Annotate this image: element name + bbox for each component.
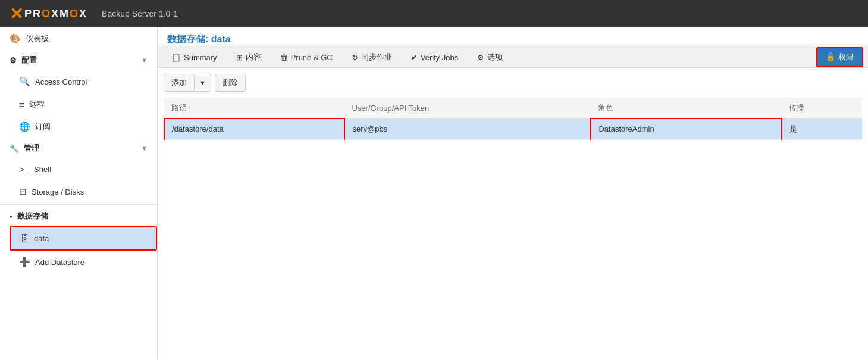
add-button[interactable]: 添加 [164,74,195,91]
cell-role: DatastoreAdmin [591,118,782,139]
add-datastore-icon: ➕ [19,257,30,267]
toolbar: 添加 ▼ 删除 [164,74,862,92]
col-path: 路径 [164,98,344,118]
page-title: 数据存储: data [158,27,868,46]
dashboard-label: 仪表板 [26,33,49,44]
remote-label: 远程 [29,99,45,110]
tab-prune[interactable]: 🗑 Prune & GC [271,48,341,67]
col-user: User/Group/API Token [344,98,591,118]
cell-propagate: 是 [782,118,862,139]
page-title-text: 数据存储: data [167,34,231,44]
options-tab-label: 选项 [487,52,503,63]
config-icon: ⚙ [10,56,17,65]
tab-bar: 📋 Summary ⊞ 内容 🗑 Prune & GC ↻ 同步作业 ✔ [158,46,868,67]
table-area: 添加 ▼ 删除 路径 User/Group/API Token 角色 传播 [158,68,868,359]
table-header: 路径 User/Group/API Token 角色 传播 [164,98,862,118]
top-header: ✕ PROXMOX Backup Server 1.0-1 [0,0,868,27]
config-arrow-icon: ▼ [141,57,148,64]
options-tab-icon: ⚙ [477,53,484,62]
manage-label: 管理 [24,143,39,154]
sidebar-item-access-control[interactable]: 🔍 Access Control [10,70,157,93]
summary-tab-label: Summary [184,53,217,62]
logo-x-icon: ✕ [10,4,23,24]
sidebar-item-remote[interactable]: ≡ 远程 [10,93,157,115]
dashboard-icon: 🎨 [10,33,21,44]
page-header: 数据存储: data 📋 Summary ⊞ 内容 🗑 Prune & GC ↻ [158,27,868,68]
remote-icon: ≡ [19,99,24,110]
sidebar-section-datastore[interactable]: ▪ 数据存储 [0,206,157,226]
permissions-table: 路径 User/Group/API Token 角色 传播 /datastore… [164,98,862,140]
prune-tab-label: Prune & GC [291,53,333,62]
add-datastore-label: Add Datastore [35,258,84,267]
tab-permissions[interactable]: 🔓 权限 [816,47,863,67]
add-button-group[interactable]: 添加 ▼ [164,74,211,92]
sidebar-item-data[interactable]: 🗄 data [10,226,157,251]
col-role: 角色 [591,98,782,118]
sidebar-manage-sub: >_ Shell ⊟ Storage / Disks [0,158,157,203]
tab-verify[interactable]: ✔ Verify Jobs [402,48,468,67]
tab-content[interactable]: ⊞ 内容 [227,46,270,68]
permissions-icon: 🔓 [826,52,835,61]
datastore-section-label: 数据存储 [17,211,48,221]
content-area: 数据存储: data 📋 Summary ⊞ 内容 🗑 Prune & GC ↻ [158,27,868,359]
add-dropdown-arrow[interactable]: ▼ [195,76,211,89]
sidebar-item-add-datastore[interactable]: ➕ Add Datastore [10,251,157,273]
sidebar-datastore-sub: 🗄 data ➕ Add Datastore [0,226,157,273]
subscription-icon: 🌐 [19,121,30,132]
manage-icon: 🔧 [10,144,19,153]
content-tab-icon: ⊞ [236,53,243,62]
server-version: Backup Server 1.0-1 [102,9,178,18]
sidebar-item-subscription[interactable]: 🌐 订阅 [10,115,157,138]
cell-user: sery@pbs [344,118,591,139]
table-body: /datastore/data sery@pbs DatastoreAdmin … [164,118,862,139]
storage-disks-label: Storage / Disks [32,188,84,196]
access-control-icon: 🔍 [19,76,30,87]
table-row[interactable]: /datastore/data sery@pbs DatastoreAdmin … [164,118,862,139]
main-layout: 🎨 仪表板 ⚙ 配置 ▼ 🔍 Access Control ≡ 远程 🌐 订阅 … [0,27,868,359]
shell-icon: >_ [19,164,29,174]
subscription-label: 订阅 [35,121,51,132]
cell-path: /datastore/data [164,118,344,139]
config-label: 配置 [21,55,37,65]
logo: ✕ PROXMOX [10,4,87,24]
verify-tab-icon: ✔ [411,53,418,62]
logo-text: PROXMOX [24,8,87,20]
sidebar-divider [0,204,157,205]
sync-tab-icon: ↻ [352,53,358,62]
summary-tab-icon: 📋 [171,53,181,62]
col-propagate: 传播 [782,98,862,118]
manage-arrow-icon: ▼ [141,145,148,152]
storage-icon: ⊟ [19,186,27,197]
access-control-label: Access Control [35,77,87,86]
sidebar: 🎨 仪表板 ⚙ 配置 ▼ 🔍 Access Control ≡ 远程 🌐 订阅 … [0,27,158,359]
tab-options[interactable]: ⚙ 选项 [468,46,512,68]
tab-summary[interactable]: 📋 Summary [162,48,226,67]
table-header-row: 路径 User/Group/API Token 角色 传播 [164,98,862,118]
sidebar-config-sub: 🔍 Access Control ≡ 远程 🌐 订阅 [0,70,157,138]
verify-tab-label: Verify Jobs [421,53,459,62]
datastore-icon: ▪ [10,212,12,221]
data-item-label: data [34,234,49,243]
content-tab-label: 内容 [246,52,261,63]
sidebar-section-manage[interactable]: 🔧 管理 ▼ [0,138,157,158]
tab-sync[interactable]: ↻ 同步作业 [343,46,401,68]
shell-label: Shell [34,165,51,174]
delete-button[interactable]: 删除 [215,74,246,92]
sidebar-item-dashboard[interactable]: 🎨 仪表板 [0,27,157,50]
sidebar-item-storage-disks[interactable]: ⊟ Storage / Disks [10,180,157,203]
prune-tab-icon: 🗑 [280,53,288,62]
sidebar-section-config[interactable]: ⚙ 配置 ▼ [0,50,157,70]
permissions-label: 权限 [838,52,854,63]
sync-tab-label: 同步作业 [361,52,392,63]
sidebar-item-shell[interactable]: >_ Shell [10,158,157,180]
data-store-icon: 🗄 [20,233,29,244]
